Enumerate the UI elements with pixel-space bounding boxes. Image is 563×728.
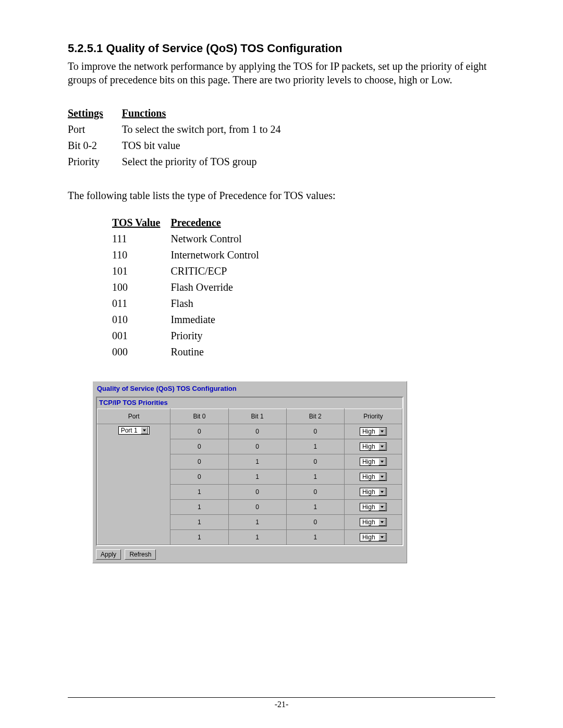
priority-value: High [362, 428, 378, 435]
bit2-cell: 1 [286, 530, 344, 545]
tos-precedence: Network Control [170, 231, 269, 247]
port-select[interactable]: Port 1 [118, 426, 150, 435]
priority-select[interactable]: High [360, 488, 387, 496]
bit0-cell: 1 [170, 515, 228, 530]
priority-value: High [362, 534, 378, 541]
tos-value: 111 [112, 231, 170, 247]
priority-select[interactable]: High [360, 427, 387, 436]
priority-value: High [362, 503, 378, 511]
bit1-cell: 0 [228, 424, 286, 439]
tos-precedence: CRITIC/ECP [170, 263, 269, 279]
bit0-cell: 1 [170, 530, 228, 545]
priority-select[interactable]: High [360, 473, 387, 481]
table-row: Port To select the switch port, from 1 t… [68, 121, 299, 138]
qos-config-panel: Quality of Service (QoS) TOS Configurati… [92, 381, 407, 563]
chevron-down-icon[interactable] [378, 534, 386, 541]
chevron-down-icon[interactable] [378, 503, 386, 511]
tos-precedence: Flash [170, 295, 269, 312]
priority-value: High [362, 473, 378, 480]
tos-precedence: Priority [170, 328, 269, 344]
priority-select[interactable]: High [360, 503, 387, 511]
bit1-cell: 0 [228, 500, 286, 515]
bit1-cell: 1 [228, 515, 286, 530]
table-row: Port 1 0 0 0 High [97, 424, 402, 439]
tos-priorities-grid: Port Bit 0 Bit 1 Bit 2 Priority Port 1 0… [97, 409, 402, 545]
tos-precedence: Routine [170, 344, 269, 360]
tos-value: 100 [112, 279, 170, 295]
port-select-value: Port 1 [121, 427, 141, 434]
bit1-cell: 1 [228, 454, 286, 470]
settings-func: To select the switch port, from 1 to 24 [122, 121, 300, 138]
bit2-cell: 0 [286, 515, 344, 530]
settings-table: Settings Functions Port To select the sw… [68, 107, 299, 170]
settings-name: Port [68, 121, 122, 138]
settings-func: Select the priority of TOS group [122, 154, 300, 170]
table-row: 100Flash Override [112, 279, 270, 295]
settings-col-functions: Functions [122, 107, 300, 121]
table-row: 011Flash [112, 295, 270, 312]
chevron-down-icon[interactable] [141, 427, 148, 434]
bit0-cell: 1 [170, 485, 228, 500]
tos-value: 001 [112, 328, 170, 344]
apply-button[interactable]: Apply [96, 549, 121, 560]
chevron-down-icon[interactable] [378, 473, 386, 480]
tos-table: TOS Value Precedence 111Network Control … [112, 217, 270, 360]
settings-name: Bit 0-2 [68, 138, 122, 154]
section-heading: 5.2.5.1 Quality of Service (QoS) TOS Con… [68, 42, 495, 55]
tos-value: 010 [112, 312, 170, 328]
tos-value: 110 [112, 247, 170, 263]
chevron-down-icon[interactable] [378, 428, 386, 435]
bit2-cell: 0 [286, 424, 344, 439]
table-row: Bit 0-2 TOS bit value [68, 138, 299, 154]
bit1-cell: 1 [228, 470, 286, 485]
panel-title: Quality of Service (QoS) TOS Configurati… [96, 384, 403, 397]
settings-col-settings: Settings [68, 107, 122, 121]
chevron-down-icon[interactable] [378, 488, 386, 496]
priority-value: High [362, 488, 378, 496]
tos-col-precedence: Precedence [170, 217, 269, 231]
tos-intro: The following table lists the type of Pr… [68, 189, 495, 202]
bit0-cell: 0 [170, 439, 228, 454]
bit2-cell: 1 [286, 439, 344, 454]
table-row: 110Internetwork Control [112, 247, 270, 263]
panel-subtitle: TCP/IP TOS Priorities [97, 398, 402, 409]
chevron-down-icon[interactable] [378, 519, 386, 526]
bit0-cell: 0 [170, 470, 228, 485]
table-row: 001Priority [112, 328, 270, 344]
tos-value: 101 [112, 263, 170, 279]
tos-col-value: TOS Value [112, 217, 170, 231]
table-row: 000Routine [112, 344, 270, 360]
priority-value: High [362, 458, 378, 465]
refresh-button[interactable]: Refresh [125, 549, 156, 560]
tos-value: 000 [112, 344, 170, 360]
priority-value: High [362, 519, 378, 526]
bit0-cell: 1 [170, 500, 228, 515]
priority-value: High [362, 443, 378, 450]
priority-select[interactable]: High [360, 518, 387, 526]
bit1-cell: 1 [228, 530, 286, 545]
priority-select[interactable]: High [360, 458, 387, 466]
col-bit2: Bit 2 [286, 409, 344, 424]
bit2-cell: 1 [286, 470, 344, 485]
priority-select[interactable]: High [360, 533, 387, 541]
priority-select[interactable]: High [360, 442, 387, 451]
table-row: 101CRITIC/ECP [112, 263, 270, 279]
chevron-down-icon[interactable] [378, 443, 386, 450]
table-row: Priority Select the priority of TOS grou… [68, 154, 299, 170]
table-row: 111Network Control [112, 231, 270, 247]
tos-precedence: Flash Override [170, 279, 269, 295]
bit0-cell: 0 [170, 454, 228, 470]
bit2-cell: 1 [286, 500, 344, 515]
col-port: Port [97, 409, 170, 424]
bit1-cell: 0 [228, 439, 286, 454]
intro-paragraph: To improve the network performance by ap… [68, 59, 495, 87]
bit2-cell: 0 [286, 454, 344, 470]
col-bit1: Bit 1 [228, 409, 286, 424]
bit1-cell: 0 [228, 485, 286, 500]
settings-name: Priority [68, 154, 122, 170]
chevron-down-icon[interactable] [378, 458, 386, 465]
col-bit0: Bit 0 [170, 409, 228, 424]
tos-precedence: Immediate [170, 312, 269, 328]
footer-rule [68, 697, 495, 698]
tos-value: 011 [112, 295, 170, 312]
